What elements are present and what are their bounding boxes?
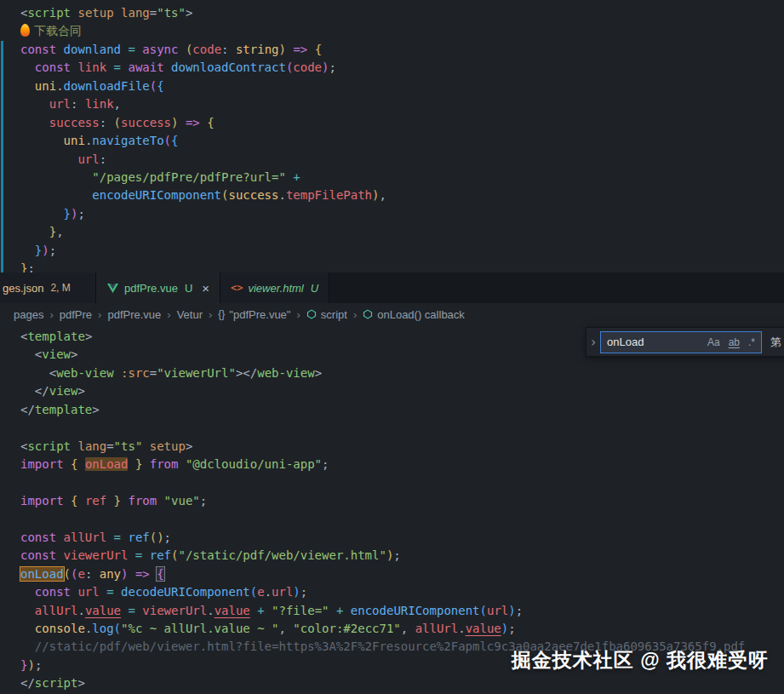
- breadcrumb-separator: ›: [296, 308, 300, 321]
- code-token: [307, 43, 314, 56]
- code-line[interactable]: console.log("%c ~ allUrl.value ~ ", "col…: [0, 620, 784, 638]
- close-icon[interactable]: ×: [202, 282, 209, 295]
- code-token: [114, 366, 121, 380]
- code-token: code: [192, 43, 221, 56]
- code-token: >: [85, 330, 92, 343]
- code-line[interactable]: });: [0, 205, 784, 223]
- breadcrumb-separator: ›: [49, 308, 53, 321]
- find-input[interactable]: onLoad Aa ab .*: [600, 331, 762, 353]
- top-editor-pane[interactable]: <script setup lang="ts">下载合同const downla…: [0, 0, 784, 272]
- code-token: [20, 188, 92, 202]
- find-input-value: onLoad: [607, 336, 701, 348]
- code-line[interactable]: [0, 474, 784, 492]
- code-line[interactable]: [0, 510, 784, 528]
- code-token: =: [106, 439, 113, 453]
- breadcrumb-item-script[interactable]: script: [306, 308, 347, 321]
- code-token: e: [77, 567, 84, 581]
- code-line[interactable]: encodeURIComponent(success.tempFilePath)…: [0, 186, 784, 204]
- code-token: {: [171, 134, 178, 147]
- code-token: ref: [85, 494, 106, 508]
- tab-git-status: U: [311, 282, 318, 295]
- code-line[interactable]: "/pages/pdfPre/pdfPre?url=" +: [0, 169, 784, 186]
- code-line[interactable]: const link = await downloadContract(code…: [0, 59, 784, 77]
- code-token: =>: [135, 567, 150, 581]
- code-token: +: [286, 170, 300, 184]
- code-token: +: [329, 604, 351, 617]
- code-line[interactable]: const downland = async (code: string) =>…: [0, 41, 784, 59]
- code-token: >: [92, 403, 99, 416]
- code-token: .: [265, 585, 272, 599]
- breadcrumb-label: script: [321, 308, 347, 321]
- code-line[interactable]: const url = decodeURIComponent(e.url);: [0, 583, 784, 601]
- code-line[interactable]: },: [0, 223, 784, 241]
- code-token: =: [128, 548, 149, 562]
- code-token: uni: [64, 134, 85, 147]
- bottom-editor-pane[interactable]: <template> <view> <web-view :src="viewer…: [0, 325, 784, 694]
- code-line[interactable]: </script>: [0, 674, 784, 692]
- code-token: }: [128, 457, 142, 471]
- code-token: url: [49, 97, 71, 111]
- code-token: (: [114, 622, 121, 635]
- breadcrumb-item-pdfpre[interactable]: pdfPre: [60, 308, 92, 321]
- code-token: ): [501, 622, 508, 635]
- code-token: {: [315, 43, 322, 56]
- tab-label: pdfPre.vue: [124, 282, 178, 295]
- breadcrumb-item-pdfpre-vue-symbol[interactable]: {} "pdfPre.vue": [218, 308, 290, 321]
- tab-pages-json[interactable]: ges.json 2, M: [0, 272, 96, 303]
- tab-label: ges.json: [3, 282, 43, 295]
- whole-word-icon[interactable]: ab: [726, 336, 742, 349]
- code-token: .: [458, 622, 465, 635]
- breadcrumb-item-vetur[interactable]: Vetur: [177, 308, 203, 321]
- bottom-code-area: <template> <view> <web-view :src="viewer…: [0, 328, 784, 693]
- tab-pdfpre-vue[interactable]: pdfPre.vue U ×: [96, 272, 220, 303]
- code-line[interactable]: onLoad((e: any) => {: [0, 565, 784, 583]
- code-token: (: [480, 604, 487, 617]
- code-token: >: [77, 676, 84, 690]
- code-line[interactable]: [0, 419, 784, 437]
- breadcrumb-item-pages[interactable]: pages: [14, 308, 43, 321]
- code-token: [20, 170, 92, 184]
- code-token: </: [20, 676, 35, 690]
- code-token: allUrl: [35, 604, 78, 617]
- code-line[interactable]: const allUrl = ref();: [0, 529, 784, 547]
- code-line[interactable]: url:: [0, 151, 784, 169]
- breadcrumb-separator: ›: [98, 308, 101, 321]
- code-line[interactable]: success: (success) => {: [0, 114, 784, 132]
- code-token: value: [215, 604, 250, 617]
- code-line[interactable]: <web-view :src="viewerUrl"></web-view>: [0, 364, 784, 382]
- code-token: link: [85, 97, 114, 111]
- code-token: ;: [200, 494, 207, 508]
- code-token: ;: [27, 261, 34, 272]
- regex-icon[interactable]: .*: [746, 336, 758, 349]
- code-line[interactable]: uni.downloadFile({: [0, 77, 784, 95]
- code-line[interactable]: uni.navigateTo({: [0, 132, 784, 150]
- code-token: onLoad: [20, 567, 64, 581]
- code-token: <: [20, 347, 42, 361]
- breadcrumb-item-pdfpre-vue[interactable]: pdfPre.vue: [107, 308, 161, 321]
- code-line[interactable]: 下载合同: [0, 22, 784, 40]
- code-token: ></: [236, 366, 257, 380]
- code-token: setup: [150, 439, 186, 453]
- code-token: :: [85, 567, 100, 581]
- breadcrumb-label: "pdfPre.vue": [229, 308, 290, 321]
- code-line[interactable]: import { ref } from "vue";: [0, 492, 784, 510]
- code-token: setup: [77, 6, 113, 20]
- code-line[interactable]: const viewerUrl = ref("/static/pdf/web/v…: [0, 547, 784, 565]
- code-line[interactable]: </view>: [0, 382, 784, 400]
- code-line[interactable]: };: [0, 260, 784, 272]
- code-token: lang: [121, 6, 150, 20]
- toggle-replace-chevron-icon[interactable]: ›: [587, 335, 600, 350]
- code-line[interactable]: });: [0, 242, 784, 260]
- code-line[interactable]: import { onLoad } from "@dcloudio/uni-ap…: [0, 456, 784, 473]
- code-line[interactable]: <script setup lang="ts">: [0, 4, 784, 22]
- code-token: navigateTo: [92, 134, 163, 147]
- tab-viewer-html[interactable]: <> viewer.html U: [220, 272, 329, 303]
- code-line[interactable]: <script lang="ts" setup>: [0, 438, 784, 456]
- breadcrumb-item-onload-callback[interactable]: onLoad() callback: [363, 308, 465, 321]
- code-token: onLoad: [85, 457, 129, 471]
- code-token: string: [236, 43, 279, 56]
- code-line[interactable]: allUrl.value = viewerUrl.value + "?file=…: [0, 602, 784, 620]
- code-line[interactable]: </template>: [0, 401, 784, 419]
- match-case-icon[interactable]: Aa: [705, 336, 723, 349]
- code-line[interactable]: url: link,: [0, 95, 784, 113]
